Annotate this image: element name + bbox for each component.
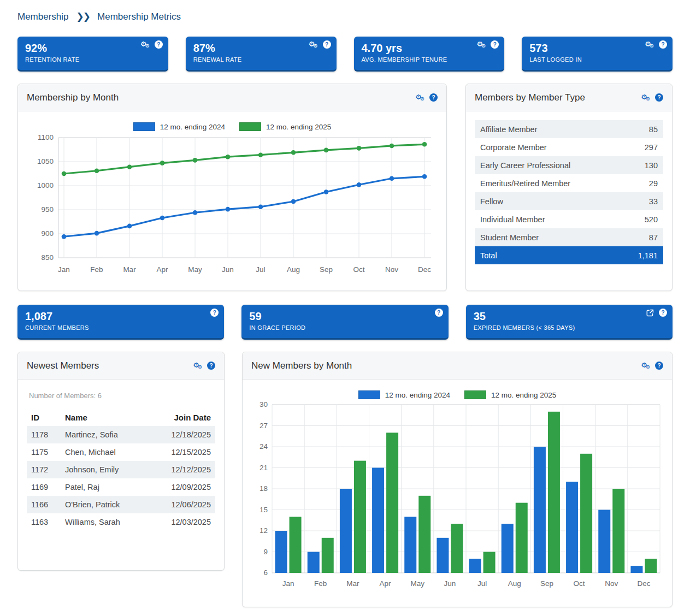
svg-text:May: May xyxy=(188,265,202,274)
svg-text:Mar: Mar xyxy=(123,265,136,274)
help-icon[interactable]: ? xyxy=(659,40,667,49)
settings-gears-icon[interactable]: ⚙⚙ xyxy=(415,93,424,102)
column-header-id: ID xyxy=(31,413,65,422)
panel-header: Newest Members ⚙⚙ ? xyxy=(18,352,224,380)
svg-text:24: 24 xyxy=(260,442,268,451)
member-type-row: Corporate Member297 xyxy=(475,138,663,156)
kpi-label: CURRENT MEMBERS xyxy=(25,324,216,331)
external-link-icon[interactable] xyxy=(646,309,654,317)
kpi-card-retention-rate: ⚙⚙ ? 92% RETENTION RATE xyxy=(17,37,168,72)
total-label: Total xyxy=(480,251,497,260)
table-row: 1169Patel, Raj12/09/2025 xyxy=(27,478,215,496)
svg-text:Aug: Aug xyxy=(287,265,300,274)
membership-metrics-page: Membership ❯❯ Membership Metrics ⚙⚙ ? 92… xyxy=(0,0,690,607)
legend-swatch xyxy=(239,122,261,131)
member-type-row: Emeritus/Retired Member29 xyxy=(475,174,663,192)
help-icon[interactable]: ? xyxy=(323,40,331,49)
svg-text:1050: 1050 xyxy=(37,157,54,165)
svg-text:Oct: Oct xyxy=(353,265,364,274)
member-type-count: 130 xyxy=(645,161,658,170)
member-id: 1175 xyxy=(31,448,65,457)
settings-gears-icon[interactable]: ⚙⚙ xyxy=(309,40,318,49)
svg-text:Nov: Nov xyxy=(605,579,618,588)
panel-header: Membership by Month ⚙⚙ ? xyxy=(18,84,446,111)
breadcrumb-link-membership[interactable]: Membership xyxy=(17,11,69,22)
kpi-value: 35 xyxy=(474,310,665,323)
panel-header: New Members by Month ⚙⚙ ? xyxy=(243,352,672,380)
member-type-count: 520 xyxy=(645,215,658,224)
legend-swatch xyxy=(464,390,486,399)
svg-text:21: 21 xyxy=(260,464,268,472)
svg-text:30: 30 xyxy=(260,400,268,408)
settings-gears-icon[interactable]: ⚙⚙ xyxy=(641,93,650,102)
legend-item[interactable]: 12 mo. ending 2025 xyxy=(239,122,331,131)
members-by-member-type-panel: Members by Member Type ⚙⚙ ? Affiliate Me… xyxy=(465,84,673,291)
help-icon[interactable]: ? xyxy=(655,93,663,102)
member-type-label: Emeritus/Retired Member xyxy=(480,179,570,188)
svg-text:Jul: Jul xyxy=(256,265,265,274)
kpi-label: AVG. MEMBERSHIP TENURE xyxy=(362,56,497,63)
panel-title: New Members by Month xyxy=(251,360,352,371)
kpi-row-top: ⚙⚙ ? 92% RETENTION RATE ⚙⚙ ? 87% RENEWAL… xyxy=(17,37,673,72)
svg-text:Jan: Jan xyxy=(58,265,70,274)
help-icon[interactable]: ? xyxy=(429,93,438,102)
kpi-value: 59 xyxy=(249,310,440,323)
member-type-table: Affiliate Member85Corporate Member297Ear… xyxy=(466,111,672,273)
settings-gears-icon[interactable]: ⚙⚙ xyxy=(477,40,486,49)
svg-text:1000: 1000 xyxy=(37,181,54,189)
svg-text:Mar: Mar xyxy=(346,579,359,588)
help-icon[interactable]: ? xyxy=(491,40,499,49)
svg-text:900: 900 xyxy=(41,229,54,238)
svg-text:Jul: Jul xyxy=(477,579,487,588)
settings-gears-icon[interactable]: ⚙⚙ xyxy=(140,40,150,49)
kpi-card-renewal-rate: ⚙⚙ ? 87% RENEWAL RATE xyxy=(186,37,337,72)
double-chevron-right-icon: ❯❯ xyxy=(76,11,90,22)
settings-gears-icon[interactable]: ⚙⚙ xyxy=(193,362,202,370)
line-chart-legend: 12 mo. ending 202412 mo. ending 2025 xyxy=(18,122,446,131)
member-id: 1166 xyxy=(31,500,65,509)
legend-item[interactable]: 12 mo. ending 2025 xyxy=(464,390,556,399)
svg-text:Sep: Sep xyxy=(320,265,333,274)
kpi-card-in-grace-period: ? 59 IN GRACE PERIOD xyxy=(241,305,448,340)
table-header-row: ID Name Join Date xyxy=(27,408,215,426)
svg-text:12: 12 xyxy=(260,526,268,535)
kpi-label: IN GRACE PERIOD xyxy=(249,324,440,331)
member-name: O'Brien, Patrick xyxy=(65,500,161,509)
newest-members-panel: Newest Members ⚙⚙ ? Number of Members: 6… xyxy=(17,352,225,571)
member-join-date: 12/09/2025 xyxy=(161,483,211,491)
legend-item[interactable]: 12 mo. ending 2024 xyxy=(133,122,225,131)
help-icon[interactable]: ? xyxy=(210,309,219,317)
settings-gears-icon[interactable]: ⚙⚙ xyxy=(645,40,654,49)
kpi-label: EXPIRED MEMBERS (< 365 DAYS) xyxy=(474,324,665,331)
breadcrumb-link-membership-metrics[interactable]: Membership Metrics xyxy=(97,11,181,22)
membership-by-month-panel: Membership by Month ⚙⚙ ? 12 mo. ending 2… xyxy=(17,84,447,291)
help-icon[interactable]: ? xyxy=(435,309,443,317)
member-name: Martinez, Sofia xyxy=(65,430,161,439)
help-icon[interactable]: ? xyxy=(659,309,667,317)
svg-text:Dec: Dec xyxy=(637,579,650,588)
legend-label: 12 mo. ending 2025 xyxy=(266,123,331,131)
panel-header: Members by Member Type ⚙⚙ ? xyxy=(466,84,672,111)
member-type-count: 87 xyxy=(649,233,658,242)
kpi-card-last-logged-in: ⚙⚙ ? 573 LAST LOGGED IN xyxy=(522,37,673,72)
member-type-row: Student Member87 xyxy=(475,228,663,246)
settings-gears-icon[interactable]: ⚙⚙ xyxy=(641,362,650,370)
breadcrumb: Membership ❯❯ Membership Metrics xyxy=(17,9,673,23)
member-type-row: Fellow33 xyxy=(475,192,663,210)
table-row: 1163Williams, Sarah12/03/2025 xyxy=(27,513,215,531)
legend-item[interactable]: 12 mo. ending 2024 xyxy=(358,390,450,399)
row-charts: Membership by Month ⚙⚙ ? 12 mo. ending 2… xyxy=(17,84,673,291)
svg-text:Jun: Jun xyxy=(444,579,456,588)
svg-text:18: 18 xyxy=(260,484,268,493)
svg-text:27: 27 xyxy=(260,422,268,430)
svg-text:Dec: Dec xyxy=(418,265,431,274)
help-icon[interactable]: ? xyxy=(207,362,215,370)
panel-title: Members by Member Type xyxy=(475,92,585,103)
legend-label: 12 mo. ending 2025 xyxy=(491,391,556,399)
member-type-count: 33 xyxy=(649,197,658,206)
svg-text:May: May xyxy=(410,579,424,588)
member-type-label: Affiliate Member xyxy=(480,125,538,134)
table-row: 1175Chen, Michael12/15/2025 xyxy=(27,443,215,461)
help-icon[interactable]: ? xyxy=(655,362,663,370)
help-icon[interactable]: ? xyxy=(155,40,163,49)
